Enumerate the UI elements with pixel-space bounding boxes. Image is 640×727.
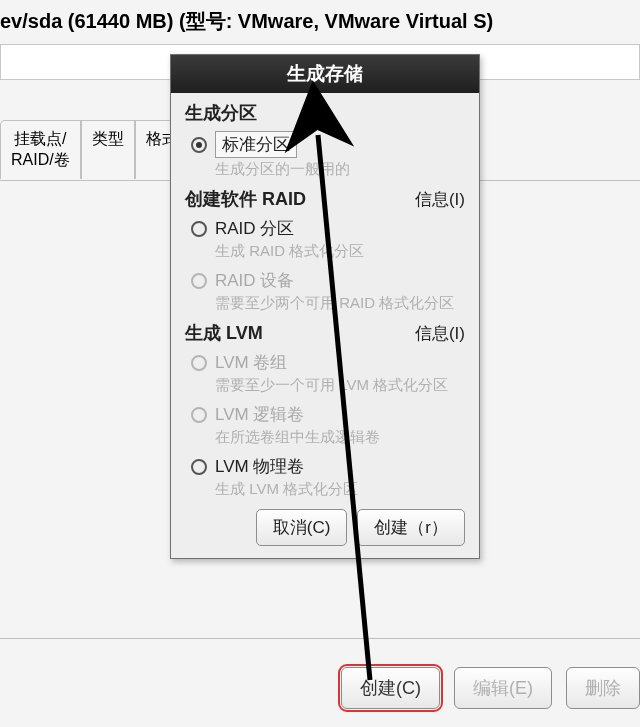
radio-lvm-lv: LVM 逻辑卷 xyxy=(191,403,465,426)
delete-button[interactable]: 删除 xyxy=(566,667,640,709)
bottom-button-bar: 创建(C) 编辑(E) 删除 xyxy=(341,667,640,709)
window-title: ev/sda (61440 MB) (型号: VMware, VMware Vi… xyxy=(0,0,640,45)
radio-raid-device: RAID 设备 xyxy=(191,269,465,292)
radio-icon xyxy=(191,407,207,423)
dialog-cancel-button[interactable]: 取消(C) xyxy=(256,509,348,546)
dialog-create-button[interactable]: 创建（r） xyxy=(357,509,465,546)
create-storage-dialog: 生成存储 生成分区 标准分区 生成分区的一般用的 创建软件 RAID 信息(I)… xyxy=(170,54,480,559)
radio-label: LVM 卷组 xyxy=(215,351,287,374)
radio-label: 标准分区 xyxy=(215,131,297,158)
radio-desc-lvm-vg: 需要至少一个可用 LVM 格式化分区 xyxy=(215,376,465,395)
info-link-raid[interactable]: 信息(I) xyxy=(415,188,465,211)
section-create-partition: 生成分区 xyxy=(185,101,465,125)
edit-button[interactable]: 编辑(E) xyxy=(454,667,552,709)
radio-desc-lvm-pv: 生成 LVM 格式化分区 xyxy=(215,480,465,499)
disk-partition-window: ev/sda (61440 MB) (型号: VMware, VMware Vi… xyxy=(0,0,640,727)
radio-lvm-vg: LVM 卷组 xyxy=(191,351,465,374)
radio-icon xyxy=(191,221,207,237)
section-create-lvm: 生成 LVM xyxy=(185,321,263,345)
dialog-title: 生成存储 xyxy=(171,55,479,93)
radio-icon xyxy=(191,137,207,153)
radio-label: LVM 逻辑卷 xyxy=(215,403,304,426)
create-button[interactable]: 创建(C) xyxy=(341,667,440,709)
tab-mount-raid[interactable]: 挂载点/ RAID/卷 xyxy=(0,120,81,179)
radio-label: LVM 物理卷 xyxy=(215,455,304,478)
radio-raid-partition[interactable]: RAID 分区 xyxy=(191,217,465,240)
tab-type[interactable]: 类型 xyxy=(81,120,135,179)
column-tabs: 挂载点/ RAID/卷 类型 格式 xyxy=(0,120,189,179)
radio-icon xyxy=(191,355,207,371)
radio-icon xyxy=(191,273,207,289)
divider xyxy=(0,638,640,639)
radio-label: RAID 分区 xyxy=(215,217,294,240)
radio-standard-partition[interactable]: 标准分区 xyxy=(191,131,465,158)
radio-lvm-pv[interactable]: LVM 物理卷 xyxy=(191,455,465,478)
radio-label: RAID 设备 xyxy=(215,269,294,292)
radio-desc-raid-part: 生成 RAID 格式化分区 xyxy=(215,242,465,261)
section-create-raid: 创建软件 RAID xyxy=(185,187,306,211)
radio-icon xyxy=(191,459,207,475)
radio-desc-standard: 生成分区的一般用的 xyxy=(215,160,465,179)
radio-desc-raid-dev: 需要至少两个可用 RAID 格式化分区 xyxy=(215,294,465,313)
radio-desc-lvm-lv: 在所选卷组中生成逻辑卷 xyxy=(215,428,465,447)
info-link-lvm[interactable]: 信息(I) xyxy=(415,322,465,345)
